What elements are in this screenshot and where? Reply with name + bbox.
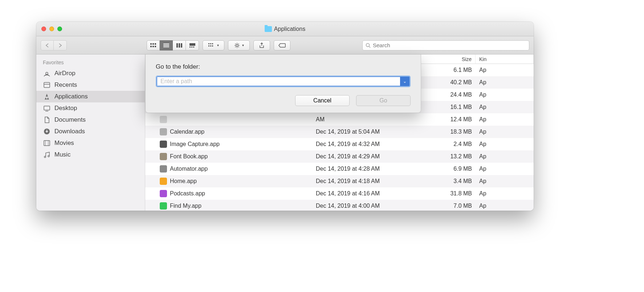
- table-row[interactable]: Home.appDec 14, 2019 at 4:18 AM3.4 MBAp: [145, 175, 534, 187]
- sidebar-item-movies[interactable]: Movies: [36, 137, 145, 149]
- column-view-button[interactable]: [173, 40, 186, 50]
- svg-rect-2: [155, 43, 156, 45]
- cancel-button[interactable]: Cancel: [295, 95, 350, 106]
- file-size: 16.1 MB: [414, 104, 476, 110]
- table-row[interactable]: Image Capture.appDec 14, 2019 at 4:32 AM…: [145, 138, 534, 150]
- finder-window: Applications ▾ ▾: [36, 22, 534, 211]
- sidebar-item-music[interactable]: Music: [36, 149, 145, 161]
- table-row[interactable]: Find My.appDec 14, 2019 at 4:00 AM7.0 MB…: [145, 200, 534, 211]
- action-button[interactable]: ▾: [228, 40, 250, 50]
- documents-icon: [43, 116, 51, 124]
- file-kind: Ap: [476, 166, 534, 172]
- share-button[interactable]: [253, 40, 270, 50]
- search-input[interactable]: [373, 42, 526, 48]
- svg-rect-15: [193, 46, 194, 48]
- sidebar-item-label: AirDrop: [54, 70, 76, 77]
- file-size: 31.8 MB: [414, 190, 476, 197]
- gallery-view-button[interactable]: [186, 40, 199, 50]
- sidebar-item-label: Downloads: [54, 128, 85, 135]
- app-icon: [160, 116, 167, 123]
- forward-button[interactable]: [54, 40, 67, 50]
- sidebar-item-recents[interactable]: Recents: [36, 79, 145, 91]
- close-icon[interactable]: [41, 27, 46, 31]
- svg-rect-5: [155, 46, 156, 47]
- file-name: Font Book.app: [170, 153, 208, 160]
- sidebar-item-label: Movies: [54, 139, 74, 147]
- svg-rect-0: [150, 43, 152, 45]
- file-name: Image Capture.app: [170, 141, 220, 147]
- path-combobox[interactable]: ⌄: [156, 76, 411, 87]
- file-modified: Dec 14, 2019 at 4:28 AM: [312, 166, 414, 172]
- svg-rect-16: [208, 43, 209, 44]
- go-button[interactable]: Go: [356, 95, 411, 106]
- search-field[interactable]: [362, 40, 529, 50]
- svg-rect-7: [163, 45, 169, 46]
- sidebar-item-airdrop[interactable]: AirDrop: [36, 68, 145, 79]
- list-view-button[interactable]: [160, 40, 173, 50]
- tags-button[interactable]: [274, 40, 290, 50]
- desktop-icon: [43, 104, 51, 112]
- svg-rect-6: [163, 44, 169, 44]
- nav-buttons: [41, 40, 67, 50]
- file-modified: Dec 14, 2019 at 4:16 AM: [312, 190, 414, 197]
- file-kind: Ap: [476, 67, 534, 73]
- file-kind: Ap: [476, 104, 534, 110]
- svg-rect-18: [212, 43, 213, 44]
- file-size: 12.4 MB: [414, 116, 476, 123]
- file-modified: Dec 14, 2019 at 4:00 AM: [312, 203, 414, 209]
- svg-rect-17: [210, 43, 211, 44]
- svg-rect-3: [150, 46, 152, 47]
- file-modified: Dec 14, 2019 at 5:04 AM: [312, 129, 414, 135]
- titlebar: Applications: [36, 22, 534, 36]
- file-name: Podcasts.app: [170, 190, 205, 197]
- file-kind: Ap: [476, 79, 534, 86]
- table-row[interactable]: Podcasts.appDec 14, 2019 at 4:16 AM31.8 …: [145, 187, 534, 200]
- table-row[interactable]: AM12.4 MBAp: [145, 113, 534, 126]
- toolbar: ▾ ▾: [36, 36, 534, 54]
- sidebar-item-desktop[interactable]: Desktop: [36, 102, 145, 114]
- svg-point-22: [236, 44, 238, 46]
- app-icon: [160, 178, 167, 185]
- file-kind: Ap: [476, 203, 534, 209]
- svg-rect-26: [44, 82, 50, 88]
- sidebar-item-downloads[interactable]: Downloads: [36, 126, 145, 137]
- svg-rect-31: [44, 141, 50, 146]
- group-by-button[interactable]: ▾: [203, 40, 224, 50]
- file-kind: Ap: [476, 178, 534, 184]
- table-row[interactable]: Calendar.appDec 14, 2019 at 5:04 AM18.3 …: [145, 126, 534, 138]
- svg-rect-10: [179, 43, 180, 48]
- back-button[interactable]: [41, 40, 54, 50]
- file-modified: AM: [312, 116, 414, 123]
- path-input[interactable]: [157, 77, 400, 86]
- table-row[interactable]: Font Book.appDec 14, 2019 at 4:29 AM13.2…: [145, 150, 534, 163]
- minimize-icon[interactable]: [49, 27, 54, 31]
- downloads-icon: [43, 127, 51, 135]
- svg-rect-20: [210, 45, 211, 46]
- sidebar-item-label: Desktop: [54, 105, 77, 112]
- file-name: Automator.app: [170, 166, 208, 172]
- icon-view-button[interactable]: [147, 40, 160, 50]
- applications-icon: [43, 93, 51, 101]
- file-size: 3.4 MB: [414, 178, 476, 184]
- table-row[interactable]: Automator.appDec 14, 2019 at 4:28 AM6.9 …: [145, 163, 534, 175]
- file-kind: Ap: [476, 141, 534, 147]
- file-size: 2.4 MB: [414, 141, 476, 147]
- app-icon: [160, 141, 167, 148]
- file-kind: Ap: [476, 116, 534, 123]
- view-buttons: [147, 40, 199, 50]
- svg-rect-12: [189, 43, 195, 46]
- zoom-icon[interactable]: [57, 27, 62, 31]
- sidebar-item-documents[interactable]: Documents: [36, 114, 145, 126]
- file-size: 13.2 MB: [414, 153, 476, 160]
- file-size: 6.1 MB: [414, 67, 476, 73]
- traffic-lights: [41, 27, 62, 31]
- column-kind[interactable]: Kin: [476, 54, 534, 64]
- column-size[interactable]: Size: [414, 54, 476, 64]
- file-name: Calendar.app: [170, 129, 204, 135]
- combobox-dropdown-button[interactable]: ⌄: [400, 77, 409, 86]
- file-kind: Ap: [476, 190, 534, 197]
- sidebar: Favorites AirDrop Recents Applications D…: [36, 54, 145, 211]
- window-title-text: Applications: [274, 26, 305, 32]
- music-icon: [43, 151, 51, 159]
- sidebar-item-applications[interactable]: Applications: [36, 91, 145, 102]
